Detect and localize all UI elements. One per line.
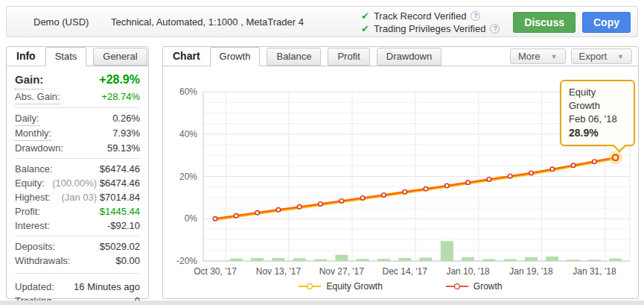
stat-value-interest: -$92.10 [107,218,140,233]
account-header-bar: Demo (USD) Technical, Automated, 1:1000 … [6,6,638,37]
stat-value-equity: (100.00%) $6474.46 [52,176,140,190]
stat-value-updated: 16 Minutes ago [74,280,140,294]
data-point-marker [593,160,597,164]
period-bar [525,257,538,261]
more-button[interactable]: More ▼ [510,48,566,64]
stat-label-drawdown: Drawdown: [15,141,63,155]
stat-value-gain: +28.9% [99,70,140,89]
stat-prefix-highest: (Jan 03) [61,192,99,203]
data-point-marker [403,189,407,194]
chart-panel: Chart GrowthBalanceProfitDrawdown More ▼… [162,46,639,299]
stat-value-monthly: 7.93% [112,126,140,140]
chevron-down-icon: ▼ [617,53,624,60]
stat-amount-profit: $1445.44 [100,206,140,217]
stat-amount-withdrawals: $0.00 [115,255,140,266]
help-question-icon[interactable]: ? [471,11,480,21]
legend-label: Equity Growth [326,281,382,292]
chart-panel-title: Chart [163,47,210,66]
period-bar [441,241,453,261]
verification-label: Trading Privileges Verified [374,23,486,34]
stat-value-highest: (Jan 03) $7014.84 [61,190,140,204]
period-bar [398,258,411,261]
stat-label-withdrawals: Withdrawals: [15,254,70,268]
y-axis-label: 0% [185,213,198,224]
stat-label-profit: Profit: [15,204,40,218]
x-axis-label: Nov 27, '17 [319,266,365,277]
legend-item-growth[interactable]: Growth [446,281,503,292]
data-point-marker [360,196,365,201]
verification-row: ✔Track Record Verified? [361,10,500,22]
x-axis-label: Oct 30, '17 [194,266,237,277]
chart-tabs: GrowthBalanceProfitDrawdown [210,47,449,66]
stat-amount-monthly: 7.93% [112,128,140,139]
period-bar [293,258,306,261]
stat-value-balance: $6474.46 [100,162,140,176]
stat-row-gain: Gain:+28.9% [15,70,140,89]
data-point-marker [255,211,260,216]
account-name: Demo (USD) [34,16,89,28]
divider [15,236,140,236]
stat-amount-equity: $6474.46 [100,177,140,189]
stat-amount-balance: $6474.46 [100,163,140,174]
stat-label-deposits: Deposits: [15,239,55,254]
divider [15,158,140,159]
period-bar [546,257,558,261]
header-actions: Discuss Copy [513,12,631,33]
data-point-marker [319,202,323,207]
help-question-icon[interactable]: ? [490,24,500,34]
chart-panel-header: Chart GrowthBalanceProfitDrawdown More ▼… [163,47,638,66]
export-button-label: Export [579,51,608,62]
stat-amount-daily: 0.26% [112,113,140,124]
tab-stats[interactable]: Stats [45,47,87,66]
verification-row: ✔Trading Privileges Verified? [361,22,500,35]
y-axis-label: 60% [179,87,197,97]
copy-button[interactable]: Copy [582,12,631,33]
stat-row-profit: Profit:$1445.44 [15,204,140,218]
discuss-button[interactable]: Discuss [513,12,576,33]
stat-value-deposits: $5029.02 [100,239,140,254]
chart-header-actions: More ▼ Export ▼ [510,48,632,64]
stat-row-withdrawals: Withdrawals:$0.00 [15,254,140,268]
tab-balance[interactable]: Balance [267,48,321,66]
tab-growth[interactable]: Growth [210,47,261,66]
tooltip-series-name: Equity Growth [569,86,626,113]
divider [15,107,140,108]
info-panel-header: Info StatsGeneral [7,47,148,66]
data-point-marker [424,186,428,191]
page-bottom-strip [0,301,644,305]
stat-amount-highest: $7014.84 [100,192,140,203]
tab-profit[interactable]: Profit [328,48,369,66]
data-point-marker [466,180,471,185]
data-point-marker [571,163,576,168]
verification-label: Track Record Verified [374,10,467,22]
legend-item-equity-growth[interactable]: Equity Growth [299,281,382,292]
stat-label-highest: Highest: [15,190,51,204]
stat-row-highest: Highest:(Jan 03) $7014.84 [15,190,140,204]
tooltip-date: Feb 06, '18 [569,113,626,126]
stats-list: Gain:+28.9%Abs. Gain:+28.74%Daily:0.26%M… [7,66,148,305]
data-point-marker [445,183,450,188]
stat-amount-drawdown: 59.13% [107,142,140,154]
data-point-marker [235,213,239,218]
check-icon: ✔ [361,23,369,34]
stat-row-updated: Updated:16 Minutes ago [15,280,140,294]
chart-tooltip: Equity Growth Feb 06, '18 28.9% [560,80,635,146]
stat-amount-gain: +28.9% [99,73,140,86]
info-tabs: StatsGeneral [45,47,154,66]
export-button[interactable]: Export ▼ [571,48,633,64]
x-axis-label: Jan 31, '18 [573,266,616,277]
data-point-marker [297,205,302,210]
data-point-marker [487,177,491,182]
stat-row-equity: Equity:(100.00%) $6474.46 [15,176,140,190]
data-point-marker [276,208,281,213]
legend-circle [454,284,459,289]
stat-row-drawdown: Drawdown:59.13% [15,141,140,155]
more-button-label: More [518,51,541,62]
legend-label: Growth [474,281,503,292]
stat-row-balance: Balance:$6474.46 [15,162,140,176]
data-point-marker [550,167,555,172]
stat-label-monthly: Monthly: [15,126,51,141]
stat-value-profit: $1445.44 [100,204,140,218]
tab-general[interactable]: General [93,48,147,66]
tab-drawdown[interactable]: Drawdown [377,48,441,66]
